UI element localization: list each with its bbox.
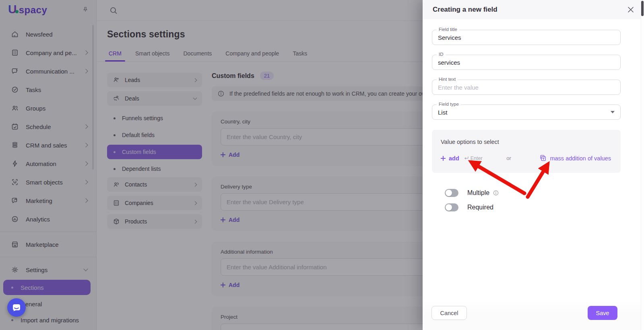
chat-bubble-icon xyxy=(12,303,21,312)
modal-footer: Cancel Save xyxy=(423,301,641,330)
toggle-knob xyxy=(446,204,452,211)
info-icon[interactable] xyxy=(493,190,499,196)
toggle-knob xyxy=(446,190,452,196)
field-title-group: Field title xyxy=(432,30,621,45)
field-title-input[interactable] xyxy=(432,30,620,45)
modal-title: Creating a new field xyxy=(433,6,497,14)
create-field-modal: Creating a new field Field title ID Hint… xyxy=(423,0,644,330)
field-title-label: Field title xyxy=(437,27,459,32)
field-type-select[interactable]: List xyxy=(432,105,620,119)
close-icon[interactable] xyxy=(627,6,634,13)
modal-scrollbar-thumb[interactable] xyxy=(641,1,644,16)
field-type-label: Field type xyxy=(437,102,461,107)
cancel-button[interactable]: Cancel xyxy=(431,306,467,320)
mass-addition-button[interactable]: mass addition of values xyxy=(539,155,611,162)
required-label: Required xyxy=(467,204,493,211)
multiple-label: Multiple xyxy=(467,189,489,197)
dropdown-caret-icon xyxy=(611,111,615,113)
chat-launcher-button[interactable] xyxy=(7,298,26,317)
add-option-button[interactable]: add xyxy=(441,155,459,162)
hint-text-label: Hint text xyxy=(437,77,458,82)
or-text: or xyxy=(506,155,511,161)
modal-header: Creating a new field xyxy=(423,0,644,19)
field-type-group: Field type List xyxy=(432,105,621,120)
field-id-input[interactable] xyxy=(432,55,620,70)
field-type-value: List xyxy=(438,109,447,116)
value-options-label: Value options to select xyxy=(441,139,611,145)
enter-key-hint: Enter xyxy=(464,156,483,161)
mass-addition-icon xyxy=(539,155,546,162)
value-options-panel: Value options to select add Enter or mas… xyxy=(432,130,621,173)
required-toggle[interactable] xyxy=(445,203,458,211)
field-id-group: ID xyxy=(432,55,621,70)
plus-icon xyxy=(441,156,446,161)
multiple-toggle[interactable] xyxy=(445,189,458,197)
hint-text-input[interactable] xyxy=(432,80,620,94)
field-id-label: ID xyxy=(437,52,446,57)
multiple-toggle-row: Multiple xyxy=(432,189,621,197)
modal-scrollbar[interactable] xyxy=(641,0,644,330)
enter-arrow-icon xyxy=(464,156,469,160)
required-toggle-row: Required xyxy=(432,203,621,211)
modal-body: Field title ID Hint text Field type List… xyxy=(423,30,644,211)
save-button[interactable]: Save xyxy=(588,306,617,320)
hint-text-group: Hint text xyxy=(432,80,621,95)
